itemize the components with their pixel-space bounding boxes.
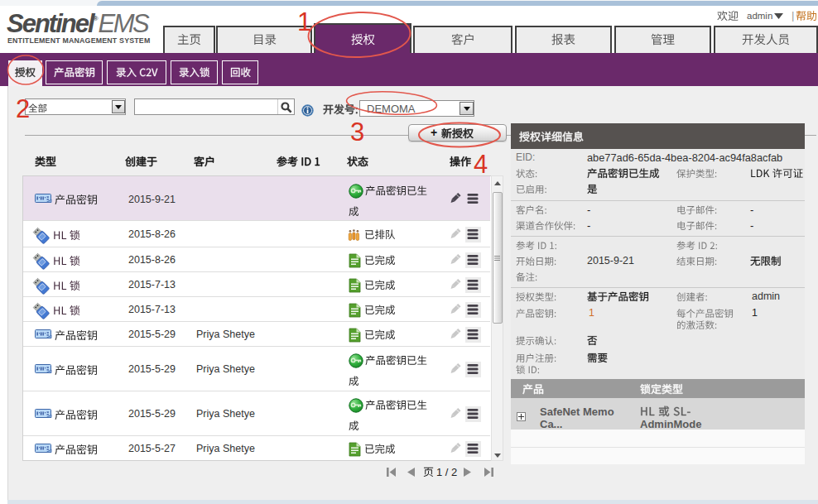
svg-text:4: 4 xyxy=(474,150,488,179)
svg-text:3: 3 xyxy=(350,118,364,146)
svg-text:2: 2 xyxy=(16,94,30,123)
svg-text:1: 1 xyxy=(297,7,311,36)
